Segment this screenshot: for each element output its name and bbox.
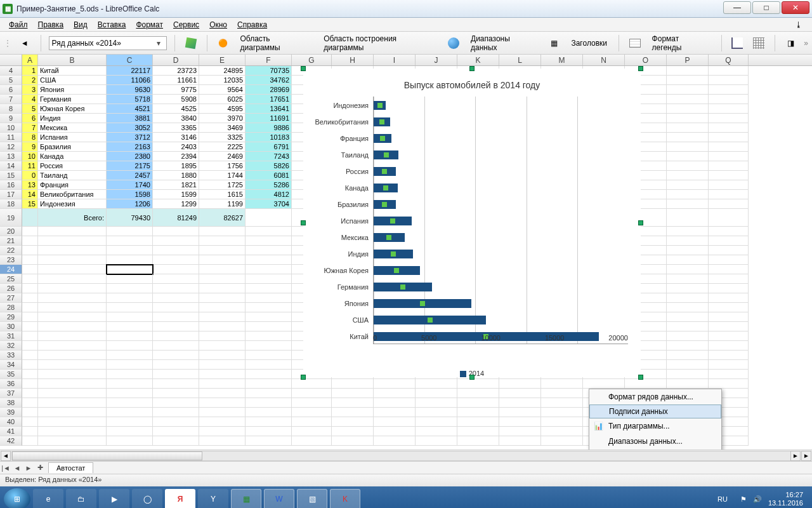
row-header[interactable]: 13 (0, 152, 22, 161)
cell[interactable] (667, 85, 709, 95)
row-header[interactable]: 36 (0, 379, 22, 389)
chart-bar[interactable]: Испания (374, 217, 412, 225)
format-selection-icon[interactable]: 🟠 (215, 35, 232, 51)
row-header[interactable]: 8 (0, 104, 22, 114)
plot-area-button[interactable]: Область построения диаграммы (320, 32, 440, 54)
cell[interactable] (709, 312, 749, 322)
cell[interactable] (541, 398, 583, 408)
cell[interactable]: 3365 (153, 123, 199, 133)
cell[interactable] (709, 274, 749, 284)
cell[interactable] (667, 66, 709, 76)
cell[interactable]: 17651 (246, 95, 292, 104)
cell[interactable] (199, 312, 246, 322)
cell[interactable] (199, 303, 246, 312)
cell[interactable] (709, 227, 749, 236)
cell[interactable]: 2394 (153, 152, 199, 161)
cell[interactable] (667, 190, 709, 199)
cell[interactable]: 4521 (107, 104, 153, 114)
cell[interactable] (709, 303, 749, 312)
cell[interactable] (292, 398, 332, 408)
cell[interactable] (667, 322, 709, 331)
cell[interactable]: Индонезия (38, 199, 107, 209)
cell[interactable] (107, 246, 153, 255)
cell[interactable] (22, 274, 38, 284)
cell[interactable]: США (38, 76, 107, 85)
col-header[interactable]: B (38, 55, 107, 65)
chart-bar[interactable]: Германия (374, 283, 432, 291)
scroll-left-button[interactable]: ◄ (1, 451, 11, 461)
cell[interactable]: 10 (22, 152, 38, 161)
cell[interactable] (199, 341, 246, 351)
cell[interactable] (246, 246, 292, 255)
cell[interactable] (107, 236, 153, 246)
cell[interactable]: Таиланд (38, 171, 107, 180)
row-header[interactable]: 12 (0, 142, 22, 152)
cell[interactable] (153, 293, 199, 303)
cell[interactable] (667, 209, 709, 227)
cell[interactable]: 1725 (199, 180, 246, 190)
row-header[interactable]: 40 (0, 417, 22, 427)
cell[interactable] (107, 427, 153, 436)
cell[interactable] (416, 427, 457, 436)
tray-sound-icon[interactable]: 🔊 (753, 495, 762, 504)
cell[interactable] (107, 360, 153, 370)
cell[interactable]: 2163 (107, 142, 153, 152)
col-header[interactable]: D (153, 55, 199, 65)
cell[interactable] (709, 76, 749, 85)
cell[interactable] (499, 417, 541, 427)
cell[interactable] (153, 255, 199, 265)
cell[interactable] (22, 436, 38, 446)
cell[interactable] (374, 379, 416, 389)
tray-clock[interactable]: 16:2713.11.2016 (768, 491, 808, 507)
cell[interactable] (22, 303, 38, 312)
tab-first-icon[interactable]: |◄ (0, 464, 11, 472)
menu-format[interactable]: Формат (132, 19, 167, 30)
maximize-button[interactable]: □ (752, 1, 780, 14)
cell[interactable]: 22117 (107, 66, 153, 76)
cell[interactable]: 4 (22, 95, 38, 104)
cell[interactable] (107, 227, 153, 236)
3d-view-icon[interactable] (183, 35, 199, 51)
row-header[interactable]: 28 (0, 303, 22, 312)
cell[interactable] (107, 398, 153, 408)
cell[interactable] (246, 284, 292, 293)
cell[interactable] (709, 322, 749, 331)
cell[interactable]: 5826 (246, 161, 292, 171)
context-menu-item[interactable]: Формат рядов данных... (589, 389, 721, 404)
cell[interactable] (22, 370, 38, 379)
cell[interactable] (667, 293, 709, 303)
cell[interactable]: 3970 (199, 114, 246, 123)
chart-title[interactable]: Выпуск автомобилей в 2014 году (303, 69, 641, 97)
cell[interactable] (199, 436, 246, 446)
cell[interactable] (22, 341, 38, 351)
cell[interactable] (583, 379, 625, 389)
cell[interactable] (709, 293, 749, 303)
taskbar-yandex-icon[interactable]: Я (165, 489, 195, 508)
cell[interactable] (457, 417, 499, 427)
cell[interactable]: 79430 (107, 209, 153, 227)
cell[interactable] (107, 341, 153, 351)
cell[interactable] (199, 255, 246, 265)
tray-lang[interactable]: RU (717, 495, 728, 503)
cell[interactable] (416, 408, 457, 417)
cell[interactable] (667, 255, 709, 265)
cell[interactable]: Всего: (38, 209, 107, 227)
cell[interactable] (292, 408, 332, 417)
cell[interactable] (153, 265, 199, 274)
cell[interactable]: 2 (22, 76, 38, 85)
cell[interactable] (38, 246, 107, 255)
taskbar-word-icon[interactable]: W (264, 489, 294, 508)
menu-view[interactable]: Вид (70, 19, 91, 30)
cell[interactable] (499, 408, 541, 417)
cell[interactable] (246, 370, 292, 379)
cell[interactable] (153, 398, 199, 408)
cell[interactable] (667, 341, 709, 351)
cell[interactable] (667, 312, 709, 322)
cell[interactable] (107, 322, 153, 331)
hgrid-icon[interactable] (730, 35, 746, 51)
cell[interactable]: 10183 (246, 133, 292, 142)
cell[interactable] (667, 351, 709, 360)
close-button[interactable]: ✕ (782, 1, 809, 14)
chart-bar[interactable]: Россия (374, 167, 396, 176)
cell[interactable] (246, 341, 292, 351)
